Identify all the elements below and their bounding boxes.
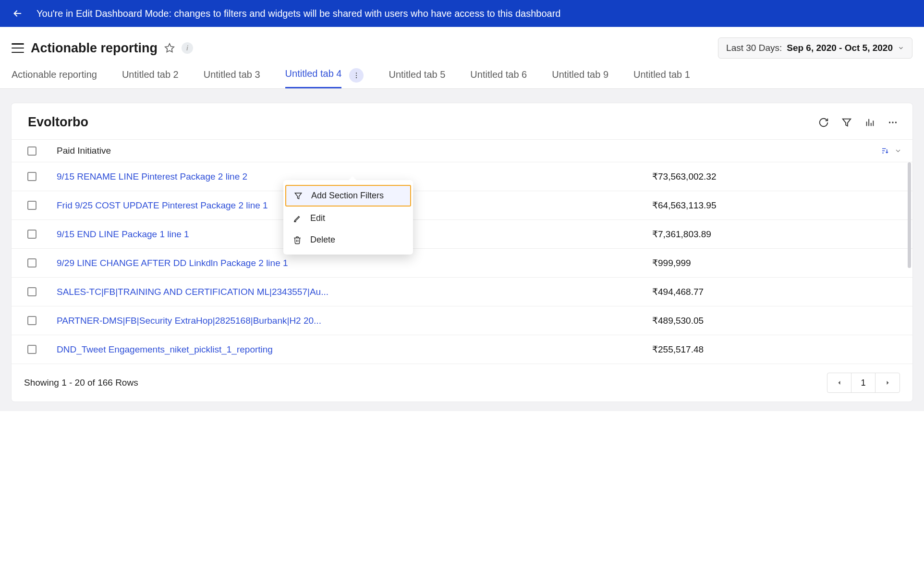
widget-title: Evoltorbo <box>26 115 88 130</box>
tab-untitled-5[interactable]: Untitled tab 5 <box>389 69 445 88</box>
chevron-down-icon[interactable] <box>894 147 902 155</box>
tab-bar: Actionable reporting Untitled tab 2 Unti… <box>0 63 924 89</box>
svg-marker-5 <box>295 193 302 199</box>
filter-icon[interactable] <box>841 117 852 128</box>
svg-point-14 <box>895 122 897 123</box>
row-value: ₹64,563,113.95 <box>652 200 902 211</box>
menu-delete[interactable]: Delete <box>283 229 413 251</box>
table-footer: Showing 1 - 20 of 166 Rows 1 <box>12 364 912 402</box>
svg-point-13 <box>892 122 893 123</box>
date-range-value: Sep 6, 2020 - Oct 5, 2020 <box>787 43 893 53</box>
menu-edit[interactable]: Edit <box>283 207 413 229</box>
svg-point-12 <box>889 122 890 123</box>
content-area: Evoltorbo Paid Initiative <box>0 89 924 411</box>
table-body: 9/15 RENAME LINE Pinterest Package 2 lin… <box>12 162 912 364</box>
svg-marker-1 <box>165 44 174 52</box>
pager-next[interactable] <box>875 373 900 392</box>
row-checkbox[interactable] <box>27 258 36 268</box>
trash-icon <box>293 236 302 244</box>
info-icon[interactable]: i <box>182 42 193 54</box>
scrollbar[interactable] <box>908 162 911 268</box>
table-row: Frid 9/25 COST UPDATE Pinterest Package … <box>12 191 912 220</box>
row-checkbox[interactable] <box>27 287 36 296</box>
chart-icon[interactable] <box>864 117 875 128</box>
pagination: 1 <box>827 373 900 393</box>
row-value: ₹489,530.05 <box>652 315 902 326</box>
row-checkbox[interactable] <box>27 201 36 210</box>
row-value: ₹73,563,002.32 <box>652 171 902 182</box>
menu-add-section-filters[interactable]: Add Section Filters <box>285 185 411 207</box>
table-row: DND_Tweet Engagements_niket_picklist_1_r… <box>12 335 912 364</box>
star-icon[interactable] <box>164 43 175 53</box>
table-row: 9/15 END LINE Package 1 line 1 ₹7,361,80… <box>12 220 912 249</box>
row-value: ₹999,999 <box>652 257 902 268</box>
row-name-link[interactable]: DND_Tweet Engagements_niket_picklist_1_r… <box>46 344 652 355</box>
edit-icon <box>293 214 302 223</box>
svg-marker-18 <box>838 381 840 385</box>
row-value: ₹494,468.77 <box>652 286 902 297</box>
tab-untitled-2[interactable]: Untitled tab 2 <box>122 69 179 88</box>
row-checkbox[interactable] <box>27 172 36 181</box>
table-row: SALES-TC|FB|TRAINING AND CERTIFICATION M… <box>12 278 912 306</box>
table-row: 9/29 LINE CHANGE AFTER DD Linkdln Packag… <box>12 249 912 278</box>
tab-more-icon[interactable] <box>349 68 364 83</box>
column-header-name[interactable]: Paid Initiative <box>46 146 614 156</box>
tab-untitled-6[interactable]: Untitled tab 6 <box>470 69 527 88</box>
tab-untitled-4[interactable]: Untitled tab 4 <box>285 68 342 88</box>
date-range-picker[interactable]: Last 30 Days: Sep 6, 2020 - Oct 5, 2020 <box>718 37 912 59</box>
tab-context-menu: Add Section Filters Edit Delete <box>283 180 413 255</box>
table-row: PARTNER-DMS|FB|Security ExtraHop|2825168… <box>12 306 912 335</box>
sort-icon[interactable] <box>881 146 889 155</box>
edit-mode-banner: You're in Edit Dashboard Mode: changes t… <box>0 0 924 27</box>
row-summary: Showing 1 - 20 of 166 Rows <box>24 377 138 388</box>
svg-point-3 <box>356 75 357 76</box>
row-checkbox[interactable] <box>27 230 36 239</box>
pager-current[interactable]: 1 <box>851 373 875 392</box>
tab-untitled-1[interactable]: Untitled tab 1 <box>633 69 690 88</box>
row-value: ₹7,361,803.89 <box>652 229 902 240</box>
menu-item-label: Delete <box>310 235 335 245</box>
filter-icon <box>294 192 303 200</box>
page-title: Actionable reporting <box>31 41 158 56</box>
table-header-row: Paid Initiative <box>12 139 912 162</box>
table-row: 9/15 RENAME LINE Pinterest Package 2 lin… <box>12 162 912 191</box>
back-arrow-icon[interactable] <box>12 8 23 19</box>
more-icon[interactable] <box>888 117 898 128</box>
tab-actionable-reporting[interactable]: Actionable reporting <box>12 69 97 88</box>
refresh-icon[interactable] <box>818 117 829 128</box>
row-name-link[interactable]: 9/29 LINE CHANGE AFTER DD Linkdln Packag… <box>46 258 652 268</box>
widget-toolbar <box>818 117 898 128</box>
tab-untitled-9[interactable]: Untitled tab 9 <box>552 69 608 88</box>
row-value: ₹255,517.48 <box>652 344 902 355</box>
row-checkbox[interactable] <box>27 316 36 325</box>
pager-prev[interactable] <box>827 373 851 392</box>
svg-point-4 <box>356 77 357 78</box>
svg-marker-7 <box>843 119 851 126</box>
tab-untitled-3[interactable]: Untitled tab 3 <box>204 69 260 88</box>
row-name-link[interactable]: PARTNER-DMS|FB|Security ExtraHop|2825168… <box>46 316 652 326</box>
date-range-prefix: Last 30 Days: <box>726 43 782 53</box>
row-name-link[interactable]: SALES-TC|FB|TRAINING AND CERTIFICATION M… <box>46 287 652 297</box>
page-header: Actionable reporting i Last 30 Days: Sep… <box>0 27 924 63</box>
svg-point-2 <box>356 73 357 73</box>
menu-icon[interactable] <box>12 43 24 53</box>
menu-item-label: Add Section Filters <box>311 191 384 201</box>
banner-text: You're in Edit Dashboard Mode: changes t… <box>36 8 560 19</box>
widget-card: Evoltorbo Paid Initiative <box>12 103 912 402</box>
menu-item-label: Edit <box>310 213 325 223</box>
select-all-checkbox[interactable] <box>27 146 36 156</box>
row-checkbox[interactable] <box>27 345 36 354</box>
svg-marker-19 <box>887 381 889 385</box>
